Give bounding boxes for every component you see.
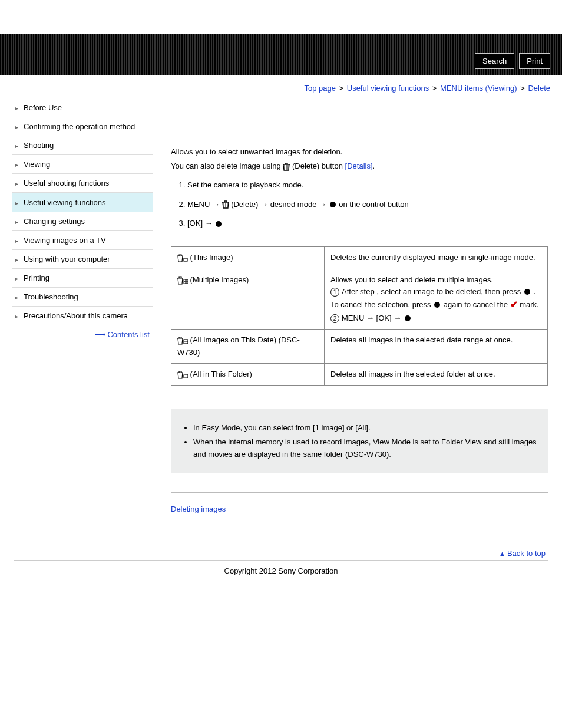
intro-text: . [373,162,375,170]
sidebar-item-confirming[interactable]: ▸Confirming the operation method [12,117,153,136]
copyright: Copyright 2012 Sony Corporation [0,561,562,587]
main-content: Allows you to select unwanted images for… [159,98,562,558]
sidebar-item-useful-viewing[interactable]: ▸Useful viewing functions [12,193,153,212]
page-number: 105 [0,587,562,728]
breadcrumb-sep: > [432,84,437,93]
sidebar-item-viewing[interactable]: ▸Viewing [12,155,153,174]
step-1: Set the camera to playback mode. [187,178,548,193]
desc-text: To cancel the selection, press [330,300,433,309]
back-to-top-label: Back to top [507,549,546,558]
sidebar-item-printing[interactable]: ▸Printing [12,269,153,288]
sidebar-item-label: Useful viewing functions [24,198,105,207]
contents-list-label: Contents list [107,330,150,339]
chevron-right-icon: ▸ [15,313,24,319]
arrow-right-icon: → [394,312,401,324]
chevron-right-icon: ▸ [15,275,24,282]
step-text: [OK] [187,219,205,228]
control-dot-icon [405,315,411,321]
breadcrumb-link-useful-viewing[interactable]: Useful viewing functions [347,84,429,93]
triangle-up-icon: ▲ [499,550,505,557]
step-text: desired mode [270,200,319,209]
desc-text: , select an image to be deleted, then pr… [376,287,523,296]
trash-folder-icon [177,368,188,380]
sidebar-item-using-computer[interactable]: ▸Using with your computer [12,250,153,269]
breadcrumb-current: Delete [528,84,550,93]
desc-text: After step [342,287,376,296]
back-to-top-link[interactable]: ▲Back to top [171,549,548,558]
desc-text: [OK] [376,314,394,322]
check-mark-icon: ✔ [510,299,518,309]
sidebar-item-troubleshooting[interactable]: ▸Troubleshooting [12,288,153,307]
sidebar-item-before-use[interactable]: ▸Before Use [12,98,153,117]
sidebar-item-label: Useful shooting functions [24,179,109,187]
sidebar-item-changing-settings[interactable]: ▸Changing settings [12,212,153,231]
chevron-right-icon: ▸ [15,256,24,263]
step-3: [OK] → [187,216,548,231]
header-band: Search Print [0,34,562,75]
delete-modes-table: (This Image) Deletes the currently displ… [171,246,548,386]
chevron-right-icon: ▸ [15,294,24,301]
note-item: When the internal memory is used to reco… [193,436,537,460]
details-link[interactable]: [Details] [345,162,373,170]
control-dot-icon [434,302,440,308]
step-text: (Delete) [231,200,260,209]
sidebar-item-shooting[interactable]: ▸Shooting [12,136,153,155]
mode-label: (All in This Folder) [188,370,252,378]
desc-substep: 1After step , select an image to be dele… [330,286,541,298]
chevron-right-icon: ▸ [15,105,24,111]
control-dot-icon [216,221,222,227]
chevron-right-icon: ▸ [15,124,24,130]
breadcrumb-link-top[interactable]: Top page [304,84,336,93]
mode-cell: (All in This Folder) [171,363,325,386]
svg-rect-1 [184,279,186,281]
sidebar-item-label: Confirming the operation method [24,122,135,131]
mode-label: (This Image) [188,253,233,262]
chevron-right-icon: ▸ [15,219,24,225]
search-button[interactable]: Search [475,53,514,69]
mode-cell: (This Image) [171,247,325,269]
intro-text: (Delete) button [292,162,345,170]
related-link-deleting-images[interactable]: Deleting images [171,505,226,513]
chevron-right-icon: ▸ [15,143,24,149]
desc-text: MENU [342,314,366,322]
desc-text: again to cancel the [444,300,510,309]
contents-list-link[interactable]: ⟶Contents list [12,325,153,339]
arrow-right-icon: → [212,197,220,212]
intro-block: Allows you to select unwanted images for… [171,146,548,231]
intro-text: You can also delete image using [171,162,283,170]
arrow-right-icon: → [205,216,213,231]
trash-date-icon [177,334,188,346]
breadcrumb: Top page > Useful viewing functions > ME… [0,75,562,93]
arrow-right-icon: → [260,197,268,212]
step-2: MENU → (Delete) → desired mode → on the … [187,197,548,212]
intro-line2: You can also delete image using (Delete)… [171,160,548,172]
sidebar-item-useful-shooting[interactable]: ▸Useful shooting functions [12,174,153,193]
mode-label: (Multiple Images) [188,275,249,284]
sidebar-item-label: Viewing images on a TV [24,236,106,245]
sidebar-item-label: Changing settings [24,217,85,226]
desc-substep: 2MENU → [OK] → [330,312,541,324]
table-row: (This Image) Deletes the currently displ… [171,247,548,269]
sidebar-item-label: Precautions/About this camera [24,311,128,320]
related-topic: Deleting images [171,505,548,513]
svg-rect-3 [184,282,186,284]
note-item: In Easy Mode, you can select from [1 ima… [193,422,537,434]
chevron-right-icon: ▸ [15,238,24,244]
arrow-right-icon: → [319,197,326,212]
sidebar-item-precautions[interactable]: ▸Precautions/About this camera [12,307,153,325]
related-rule [171,492,548,493]
notes-box: In Easy Mode, you can select from [1 ima… [171,409,548,473]
print-button[interactable]: Print [519,53,550,69]
control-dot-icon [524,289,530,295]
sidebar-item-viewing-tv[interactable]: ▸Viewing images on a TV [12,231,153,250]
table-row: (All Images on This Date) (DSC-W730) Del… [171,329,548,363]
mode-cell: (Multiple Images) [171,269,325,329]
sidebar-item-label: Before Use [24,103,62,112]
chevron-right-icon: ▸ [15,200,24,206]
breadcrumb-link-menu-items[interactable]: MENU items (Viewing) [440,84,517,93]
sidebar-item-label: Printing [24,274,49,282]
circled-1-icon: 1 [330,288,339,297]
breadcrumb-sep: > [339,84,344,93]
mode-cell: (All Images on This Date) (DSC-W730) [171,329,325,363]
circled-2-icon: 2 [330,314,339,323]
